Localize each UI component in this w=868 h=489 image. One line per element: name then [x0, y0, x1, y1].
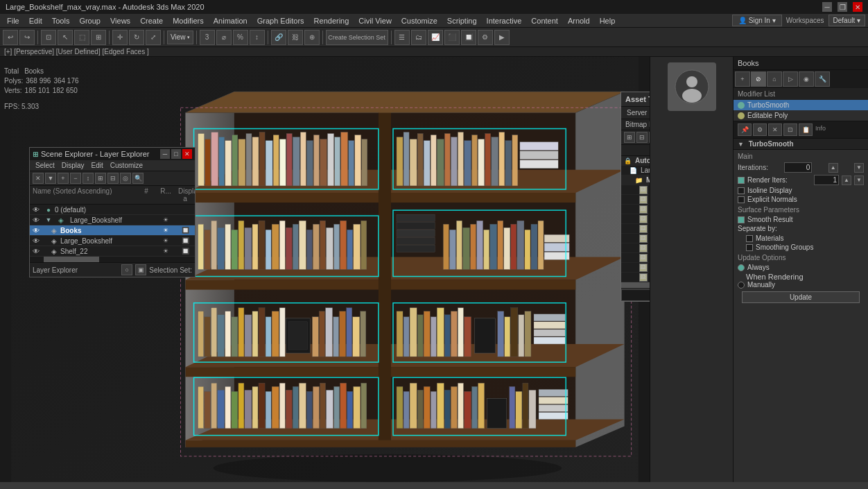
le-menu-display[interactable]: Display: [59, 161, 87, 170]
menu-scripting[interactable]: Scripting: [443, 15, 481, 26]
cp-copy-btn[interactable]: ⊡: [783, 123, 797, 136]
modifier-turbosmooth[interactable]: TurboSmooth: [734, 100, 868, 110]
menu-content[interactable]: Content: [527, 15, 562, 26]
render-setup-btn[interactable]: ⚙: [478, 30, 493, 45]
undo-button[interactable]: ↩: [3, 30, 18, 45]
at-scrollthumb[interactable]: [621, 282, 650, 288]
bind-btn[interactable]: ⊕: [304, 30, 320, 45]
at-tool-2[interactable]: ⊟: [636, 132, 648, 143]
select-region-btn[interactable]: ⬚: [74, 30, 89, 45]
le-row-large-bookshelf-2[interactable]: 👁 ◈ Large_Bookshelf ☀ 🔲: [30, 236, 195, 246]
le-footer-btn1[interactable]: ○: [121, 264, 132, 275]
le-expand-1[interactable]: ▼: [44, 215, 53, 225]
smooth-result-checkbox[interactable]: [738, 216, 745, 223]
unlink-btn[interactable]: ⛓: [288, 30, 303, 45]
select-obj-button[interactable]: ⊡: [41, 30, 56, 45]
at-row-book-basecolor[interactable]: 🖼 Library_Book_BaseColor.png Found: [621, 185, 650, 195]
snap-toggle-btn[interactable]: 3: [200, 30, 215, 45]
le-eye-icon-1[interactable]: 👁: [31, 215, 41, 225]
le-close-btn[interactable]: ✕: [182, 149, 192, 159]
le-footer-btn2[interactable]: ▣: [135, 264, 146, 275]
at-row-book-normal[interactable]: 🖼 Library_Book_Normal.png Found: [621, 205, 650, 214]
le-menu-select[interactable]: Select: [33, 161, 58, 170]
redo-button[interactable]: ↪: [19, 30, 35, 45]
at-row-decor-normal[interactable]: 🖼 Library_Decor_Normal.png Found: [621, 253, 650, 263]
at-menu-server[interactable]: Server: [624, 108, 650, 117]
le-tool-filter[interactable]: ▼: [45, 173, 56, 184]
materials-checkbox[interactable]: [746, 235, 753, 242]
menu-file[interactable]: File: [3, 15, 24, 26]
workspaces-button[interactable]: Default ▾: [828, 15, 865, 26]
snap-percent-btn[interactable]: %: [233, 30, 248, 45]
at-row-book-metallic[interactable]: 🖼 Library_Book_Metallic.png Found: [621, 195, 650, 205]
le-tool-collapse[interactable]: ⊟: [107, 173, 119, 184]
window-crossing-btn[interactable]: ⊞: [91, 30, 106, 45]
render-iters-up[interactable]: ▲: [842, 175, 851, 185]
iterations-down[interactable]: ▼: [854, 163, 864, 173]
snap-angle-btn[interactable]: ⌀: [216, 30, 232, 45]
le-eye-icon-3[interactable]: 👁: [31, 236, 41, 246]
at-row-decor-metallic[interactable]: 🖼 Library_Decor_Metallic.png Found: [621, 243, 650, 253]
le-scrollthumb[interactable]: [44, 257, 99, 262]
at-row-decor-refraction[interactable]: 🖼 Library_Decor_Refraction.png Found: [621, 263, 650, 273]
at-tool-3[interactable]: ↻: [649, 132, 650, 143]
le-menu-edit[interactable]: Edit: [89, 161, 106, 170]
render-iters-input[interactable]: [814, 175, 839, 185]
create-selection-btn[interactable]: Create Selection Set: [326, 30, 388, 45]
always-radio[interactable]: [738, 264, 745, 271]
at-row-decor-basecolor[interactable]: 🖼 Library_Decor_BaseColor.png Found: [621, 224, 650, 234]
cp-tab-hierarchy[interactable]: ⌂: [767, 71, 782, 87]
close-button[interactable]: ✕: [853, 2, 862, 12]
cp-tab-create[interactable]: +: [735, 71, 750, 87]
menu-edit[interactable]: Edit: [25, 15, 46, 26]
le-scrollbar[interactable]: [30, 257, 195, 262]
le-row-shelf-22[interactable]: 👁 ◈ Shelf_22 ☀ 🔲: [30, 246, 195, 257]
at-row-decor-roughness[interactable]: 🖼 Library_Decor_Roughness.png Found: [621, 273, 650, 282]
le-tool-sort[interactable]: ↕: [83, 173, 94, 184]
le-eye-icon-2[interactable]: 👁: [31, 225, 41, 235]
at-title-bar[interactable]: Asset Tracking ─ □ ✕: [621, 92, 650, 107]
le-tool-expand[interactable]: ⊞: [95, 173, 106, 184]
le-menu-customize[interactable]: Customize: [107, 161, 146, 170]
explicit-normals-checkbox[interactable]: [738, 196, 745, 203]
cp-paste-btn[interactable]: 📋: [799, 123, 813, 136]
cp-config-btn[interactable]: ⚙: [753, 123, 767, 136]
restore-button[interactable]: ❐: [837, 2, 847, 12]
rotate-btn[interactable]: ↻: [129, 30, 144, 45]
le-row-large-bookshelf[interactable]: 👁 ▼ ◈ Large_Bookshelf ☀: [30, 215, 195, 225]
at-scrollbar[interactable]: [621, 282, 650, 288]
menu-rendering[interactable]: Rendering: [310, 15, 354, 26]
le-tool-scene[interactable]: 🔍: [132, 173, 144, 184]
cp-tab-display[interactable]: ◉: [799, 71, 814, 87]
menu-help[interactable]: Help: [596, 15, 620, 26]
le-tool-add[interactable]: +: [58, 173, 69, 184]
le-eye-icon-0b[interactable]: ●: [44, 205, 53, 214]
menu-tools[interactable]: Tools: [48, 15, 74, 26]
menu-animation[interactable]: Animation: [209, 15, 252, 26]
render-iters-down[interactable]: ▼: [854, 175, 864, 185]
quick-render-btn[interactable]: ▶: [494, 30, 510, 45]
cp-pin-btn[interactable]: 📌: [738, 123, 752, 136]
at-row-book-roughness[interactable]: 🖼 Library_Book_Roughness.png Found: [621, 214, 650, 224]
menu-arnold[interactable]: Arnold: [564, 15, 594, 26]
menu-interactive[interactable]: Interactive: [483, 15, 526, 26]
smoothing-groups-checkbox[interactable]: [746, 244, 753, 251]
menu-civil-view[interactable]: Civil View: [354, 15, 395, 26]
at-row-maps[interactable]: 📁 Maps / Shaders: [621, 175, 650, 185]
le-eye-icon-4[interactable]: 👁: [31, 246, 41, 256]
le-eye-icon-0[interactable]: 👁: [31, 205, 41, 214]
select-btn[interactable]: ↖: [58, 30, 73, 45]
manually-radio[interactable]: [738, 282, 745, 289]
update-button[interactable]: Update: [742, 291, 860, 303]
iterations-input[interactable]: [784, 162, 812, 173]
scene-btn[interactable]: 🗂: [411, 30, 426, 45]
at-row-decor-emissive[interactable]: 🖼 Library_Decor_Emissive.png Found: [621, 234, 650, 243]
le-tool-highlight[interactable]: ◎: [120, 173, 131, 184]
viewport[interactable]: Total Books Polys: 368 996 364 176 Verts…: [0, 57, 650, 482]
at-row-vault[interactable]: 🔒 Autodesk Vault Logged...: [621, 156, 650, 166]
menu-group[interactable]: Group: [75, 15, 105, 26]
cp-tab-motion[interactable]: ▷: [783, 71, 798, 87]
material-btn[interactable]: ⬛: [444, 30, 460, 45]
layer-btn[interactable]: ☰: [394, 30, 410, 45]
cp-tab-modify[interactable]: ⊘: [751, 71, 766, 87]
